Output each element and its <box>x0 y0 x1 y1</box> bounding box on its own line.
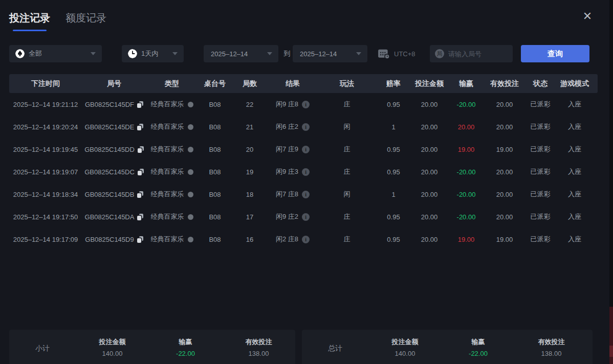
valid-bet-cell: 20.00 <box>485 168 524 176</box>
date-to-value: 2025–12–14 <box>300 50 352 58</box>
round-id-cell: GB0825C145DD <box>82 146 146 153</box>
result-info-icon[interactable]: i <box>302 123 310 131</box>
game-type-value: 全部 <box>29 49 86 58</box>
tab-bet-records-label: 投注记录 <box>9 11 50 25</box>
total-valid-bet: 有效投注 138.00 <box>515 337 588 357</box>
column-header-status: 状态 <box>524 79 557 88</box>
table-no-cell: B08 <box>198 146 232 153</box>
date-to-dropdown[interactable]: 2025–12–14 <box>293 45 367 62</box>
table-header-row: 下注时间局号类型桌台号局数结果玩法赔率投注金额输赢有效投注状态游戏模式 <box>9 74 598 93</box>
result-info-icon[interactable]: i <box>302 191 310 198</box>
game-type-cell: 经典百家乐 <box>146 122 198 131</box>
round-count-cell: 22 <box>232 101 267 108</box>
odds-cell: 1 <box>376 191 411 198</box>
status-cell: 已派彩 <box>524 212 557 221</box>
type-dot-icon <box>188 214 193 220</box>
round-count-cell: 21 <box>232 123 267 131</box>
column-header-game-mode: 游戏模式 <box>557 79 593 88</box>
result-cell: 闲2 庄8i <box>267 235 318 244</box>
play-type-cell: 庄 <box>318 145 376 154</box>
column-header-round-count: 局数 <box>232 79 267 88</box>
query-button[interactable]: 查询 <box>521 45 589 62</box>
type-dot-icon <box>188 169 193 175</box>
column-header-win-lose: 输赢 <box>447 79 485 88</box>
column-header-table-no: 桌台号 <box>198 79 232 88</box>
timezone-selector[interactable]: UTC+8 <box>378 45 415 62</box>
status-cell: 已派彩 <box>524 145 557 154</box>
date-from-dropdown[interactable]: 2025–12–14 <box>204 45 278 62</box>
copy-icon[interactable] <box>137 214 143 220</box>
column-header-result: 结果 <box>267 79 318 88</box>
table-body: 2025–12–14 19:21:12GB0825C145DF经典百家乐B082… <box>9 93 598 251</box>
play-type-cell: 庄 <box>318 100 376 109</box>
round-id-cell: GB0825C145DB <box>82 191 146 198</box>
result-info-icon[interactable]: i <box>302 101 310 108</box>
bet-amount-cell: 20.00 <box>411 101 447 108</box>
total-win-lose: 输赢 -22.00 <box>442 337 515 357</box>
bet-amount-cell: 20.00 <box>411 213 447 221</box>
bet-time-cell: 2025–12–14 19:19:45 <box>9 146 82 153</box>
bet-amount-cell: 20.00 <box>411 191 447 198</box>
column-header-play-type: 玩法 <box>318 79 376 88</box>
table-row: 2025–12–14 19:20:24GB0825C145DE经典百家乐B082… <box>9 116 598 138</box>
table-row: 2025–12–14 19:17:50GB0825C145DA经典百家乐B081… <box>9 206 598 228</box>
game-mode-cell: 入座 <box>557 235 593 244</box>
copy-icon[interactable] <box>137 124 143 130</box>
close-icon[interactable]: ✕ <box>580 9 595 24</box>
result-info-icon[interactable]: i <box>302 213 310 221</box>
win-lose-cell: -20.00 <box>447 168 485 176</box>
odds-cell: 1 <box>376 123 411 131</box>
copy-icon[interactable] <box>137 236 143 243</box>
round-count-cell: 19 <box>232 168 267 176</box>
clock-icon <box>128 49 137 58</box>
result-cell: 闲9 庄2i <box>267 212 318 221</box>
game-mode-cell: 入座 <box>557 167 593 176</box>
round-count-cell: 20 <box>232 146 267 153</box>
game-type-dropdown[interactable]: 全部 <box>9 45 102 62</box>
type-dot-icon <box>188 237 193 242</box>
game-type-cell: 经典百家乐 <box>146 212 198 221</box>
timezone-label: UTC+8 <box>394 50 415 58</box>
subtotal-bet-amount: 投注金额 140.00 <box>76 337 149 357</box>
table-row: 2025–12–14 19:17:09GB0825C145D9经典百家乐B081… <box>9 228 598 251</box>
result-cell: 闲9 庄3i <box>267 167 318 176</box>
play-type-cell: 庄 <box>318 167 376 176</box>
odds-cell: 0.95 <box>376 168 411 176</box>
bet-amount-cell: 20.00 <box>411 236 447 243</box>
status-cell: 已派彩 <box>524 190 557 199</box>
odds-cell: 0.95 <box>376 101 411 108</box>
subtotal-title: 小计 <box>9 337 76 353</box>
type-dot-icon <box>188 124 193 130</box>
copy-icon[interactable] <box>137 101 143 108</box>
game-type-cell: 经典百家乐 <box>146 145 198 154</box>
game-mode-cell: 入座 <box>557 100 593 109</box>
round-search-input[interactable] <box>448 50 508 58</box>
result-info-icon[interactable]: i <box>302 236 310 243</box>
chevron-down-icon <box>91 52 96 55</box>
copy-icon[interactable] <box>138 146 144 153</box>
date-to-label: 到 <box>281 45 293 62</box>
time-range-value: 1天内 <box>141 49 168 58</box>
odds-cell: 0.95 <box>376 213 411 221</box>
tab-bet-records[interactable]: 投注记录 <box>9 11 50 31</box>
table-no-cell: B08 <box>198 168 232 176</box>
copy-icon[interactable] <box>138 169 144 175</box>
round-count-cell: 18 <box>232 191 267 198</box>
win-lose-cell: -20.00 <box>447 213 485 221</box>
play-type-cell: 闲 <box>318 122 376 131</box>
bet-time-cell: 2025–12–14 19:18:34 <box>9 191 82 198</box>
bet-time-cell: 2025–12–14 19:21:12 <box>9 101 82 108</box>
time-range-dropdown[interactable]: 1天内 <box>122 45 184 62</box>
background-edge <box>609 0 613 307</box>
result-info-icon[interactable]: i <box>302 168 310 176</box>
round-id-cell: GB0825C145DC <box>82 168 146 176</box>
play-type-cell: 庄 <box>318 212 376 221</box>
win-lose-cell: 20.00 <box>447 123 485 131</box>
background-edge-mark <box>609 346 613 357</box>
game-type-cell: 经典百家乐 <box>146 167 198 176</box>
result-info-icon[interactable]: i <box>302 146 310 153</box>
bet-time-cell: 2025–12–14 19:17:50 <box>9 213 82 221</box>
tab-quota-records[interactable]: 额度记录 <box>65 11 106 31</box>
table-row: 2025–12–14 19:19:07GB0825C145DC经典百家乐B081… <box>9 161 598 183</box>
copy-icon[interactable] <box>137 191 143 198</box>
